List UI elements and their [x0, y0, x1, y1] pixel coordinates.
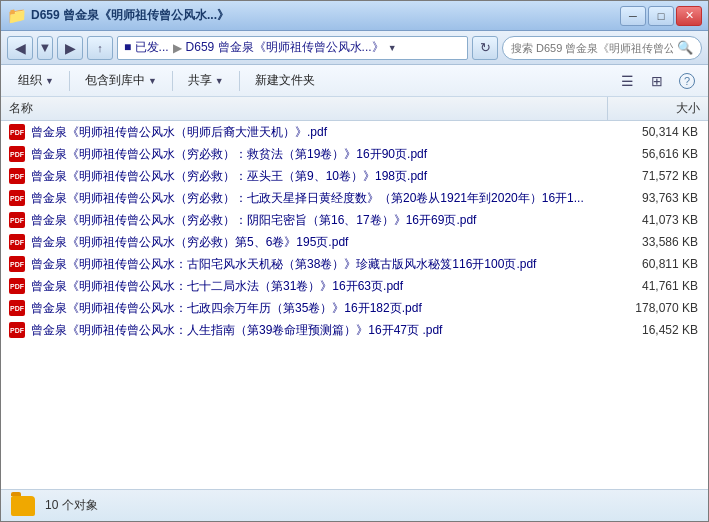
organize-dropdown-icon: ▼	[45, 76, 54, 86]
file-icon: PDF	[7, 168, 27, 184]
file-size: 60,811 KB	[608, 257, 708, 271]
file-size: 16,452 KB	[608, 323, 708, 337]
file-name: 曾金泉《明师祖传曾公风水（明师后裔大泄天机）》.pdf	[27, 124, 608, 141]
file-icon: PDF	[7, 256, 27, 272]
address-path[interactable]: ■ 已发... ▶ D659 曾金泉《明师祖传曾公风水...》 ▼	[117, 36, 468, 60]
file-size: 71,572 KB	[608, 169, 708, 183]
share-dropdown-icon: ▼	[215, 76, 224, 86]
toolbar-separator-2	[172, 71, 173, 91]
minimize-button[interactable]: ─	[620, 6, 646, 26]
search-box[interactable]: 🔍	[502, 36, 702, 60]
file-name: 曾金泉《明师祖传曾公风水：古阳宅风水天机秘（第38卷）》珍藏古版风水秘笈116开…	[27, 256, 608, 273]
file-name: 曾金泉《明师祖传曾公风水：七政四余万年历（第35卷）》16开182页.pdf	[27, 300, 608, 317]
status-folder-icon	[11, 496, 35, 516]
file-icon: PDF	[7, 212, 27, 228]
file-name: 曾金泉《明师祖传曾公风水：人生指南（第39卷命理预测篇）》16开47页 .pdf	[27, 322, 608, 339]
column-headers: 名称 大小	[1, 97, 708, 121]
file-icon: PDF	[7, 234, 27, 250]
toolbar-separator-3	[239, 71, 240, 91]
toolbar: 组织 ▼ 包含到库中 ▼ 共享 ▼ 新建文件夹 ☰ ⊞ ?	[1, 65, 708, 97]
toolbar-separator-1	[69, 71, 70, 91]
table-row[interactable]: PDF曾金泉《明师祖传曾公风水（穷必救）第5、6卷》195页.pdf33,586…	[1, 231, 708, 253]
table-row[interactable]: PDF曾金泉《明师祖传曾公风水：七政四余万年历（第35卷）》16开182页.pd…	[1, 297, 708, 319]
table-row[interactable]: PDF曾金泉《明师祖传曾公风水（穷必救）：巫头王（第9、10卷）》198页.pd…	[1, 165, 708, 187]
toolbar-right: ☰ ⊞ ?	[614, 69, 700, 93]
view-details-button[interactable]: ☰	[614, 69, 640, 93]
file-size: 50,314 KB	[608, 125, 708, 139]
status-text: 10 个对象	[45, 497, 98, 514]
pdf-icon: PDF	[9, 322, 25, 338]
maximize-button[interactable]: □	[648, 6, 674, 26]
pdf-icon: PDF	[9, 234, 25, 250]
share-button[interactable]: 共享 ▼	[179, 68, 233, 94]
table-row[interactable]: PDF曾金泉《明师祖传曾公风水（穷必救）：救贫法（第19卷）》16开90页.pd…	[1, 143, 708, 165]
pdf-icon: PDF	[9, 190, 25, 206]
explorer-window: 📁 D659 曾金泉《明师祖传曾公风水...》 ─ □ ✕ ◀ ▼ ▶ ↑ ■ …	[0, 0, 709, 522]
include-library-button[interactable]: 包含到库中 ▼	[76, 68, 166, 94]
search-input[interactable]	[511, 42, 673, 54]
file-name: 曾金泉《明师祖传曾公风水（穷必救）第5、6卷》195页.pdf	[27, 234, 608, 251]
file-icon: PDF	[7, 322, 27, 338]
path-dropdown-icon[interactable]: ▼	[388, 43, 397, 53]
close-button[interactable]: ✕	[676, 6, 702, 26]
table-row[interactable]: PDF曾金泉《明师祖传曾公风水（穷必救）：阴阳宅密旨（第16、17卷）》16开6…	[1, 209, 708, 231]
pdf-icon: PDF	[9, 212, 25, 228]
pdf-icon: PDF	[9, 124, 25, 140]
file-icon: PDF	[7, 146, 27, 162]
file-size: 178,070 KB	[608, 301, 708, 315]
file-name: 曾金泉《明师祖传曾公风水（穷必救）：巫头王（第9、10卷）》198页.pdf	[27, 168, 608, 185]
search-icon[interactable]: 🔍	[677, 40, 693, 55]
pdf-icon: PDF	[9, 300, 25, 316]
file-size: 41,761 KB	[608, 279, 708, 293]
pdf-icon: PDF	[9, 168, 25, 184]
status-bar: 10 个对象	[1, 489, 708, 521]
file-name: 曾金泉《明师祖传曾公风水（穷必救）：阴阳宅密旨（第16、17卷）》16开69页.…	[27, 212, 608, 229]
file-icon: PDF	[7, 300, 27, 316]
help-button[interactable]: ?	[674, 69, 700, 93]
pdf-icon: PDF	[9, 278, 25, 294]
path-segment-root[interactable]: ■ 已发...	[124, 39, 169, 56]
file-size: 93,763 KB	[608, 191, 708, 205]
file-name: 曾金泉《明师祖传曾公风水（穷必救）：七政天星择日黄经度数》（第20卷从1921年…	[27, 190, 608, 207]
file-size: 56,616 KB	[608, 147, 708, 161]
column-size-header[interactable]: 大小	[608, 97, 708, 120]
back-button[interactable]: ◀	[7, 36, 33, 60]
include-library-label: 包含到库中	[85, 72, 145, 89]
table-row[interactable]: PDF曾金泉《明师祖传曾公风水：人生指南（第39卷命理预测篇）》16开47页 .…	[1, 319, 708, 341]
table-row[interactable]: PDF曾金泉《明师祖传曾公风水：古阳宅风水天机秘（第38卷）》珍藏古版风水秘笈1…	[1, 253, 708, 275]
column-name-header[interactable]: 名称	[1, 97, 608, 120]
window-title: D659 曾金泉《明师祖传曾公风水...》	[31, 7, 229, 24]
view-list-button[interactable]: ⊞	[644, 69, 670, 93]
include-library-dropdown-icon: ▼	[148, 76, 157, 86]
pdf-icon: PDF	[9, 146, 25, 162]
help-icon: ?	[679, 73, 695, 89]
file-icon: PDF	[7, 124, 27, 140]
file-icon: PDF	[7, 278, 27, 294]
file-list: 名称 大小 PDF曾金泉《明师祖传曾公风水（明师后裔大泄天机）》.pdf50,3…	[1, 97, 708, 489]
title-bar-buttons: ─ □ ✕	[620, 6, 702, 26]
new-folder-label: 新建文件夹	[255, 72, 315, 89]
content-area: 名称 大小 PDF曾金泉《明师祖传曾公风水（明师后裔大泄天机）》.pdf50,3…	[1, 97, 708, 489]
title-bar-left: 📁 D659 曾金泉《明师祖传曾公风水...》	[7, 6, 229, 25]
history-dropdown-button[interactable]: ▼	[37, 36, 53, 60]
new-folder-button[interactable]: 新建文件夹	[246, 68, 324, 94]
file-size: 41,073 KB	[608, 213, 708, 227]
file-name: 曾金泉《明师祖传曾公风水（穷必救）：救贫法（第19卷）》16开90页.pdf	[27, 146, 608, 163]
organize-label: 组织	[18, 72, 42, 89]
table-row[interactable]: PDF曾金泉《明师祖传曾公风水：七十二局水法（第31卷）》16开63页.pdf4…	[1, 275, 708, 297]
file-icon: PDF	[7, 190, 27, 206]
window-icon: 📁	[7, 6, 27, 25]
share-label: 共享	[188, 72, 212, 89]
organize-button[interactable]: 组织 ▼	[9, 68, 63, 94]
forward-button[interactable]: ▶	[57, 36, 83, 60]
up-button[interactable]: ↑	[87, 36, 113, 60]
title-bar: 📁 D659 曾金泉《明师祖传曾公风水...》 ─ □ ✕	[1, 1, 708, 31]
table-row[interactable]: PDF曾金泉《明师祖传曾公风水（明师后裔大泄天机）》.pdf50,314 KB	[1, 121, 708, 143]
table-row[interactable]: PDF曾金泉《明师祖传曾公风水（穷必救）：七政天星择日黄经度数》（第20卷从19…	[1, 187, 708, 209]
refresh-button[interactable]: ↻	[472, 36, 498, 60]
pdf-icon: PDF	[9, 256, 25, 272]
file-name: 曾金泉《明师祖传曾公风水：七十二局水法（第31卷）》16开63页.pdf	[27, 278, 608, 295]
path-segment-folder[interactable]: D659 曾金泉《明师祖传曾公风水...》	[186, 39, 384, 56]
file-size: 33,586 KB	[608, 235, 708, 249]
address-bar: ◀ ▼ ▶ ↑ ■ 已发... ▶ D659 曾金泉《明师祖传曾公风水...》 …	[1, 31, 708, 65]
